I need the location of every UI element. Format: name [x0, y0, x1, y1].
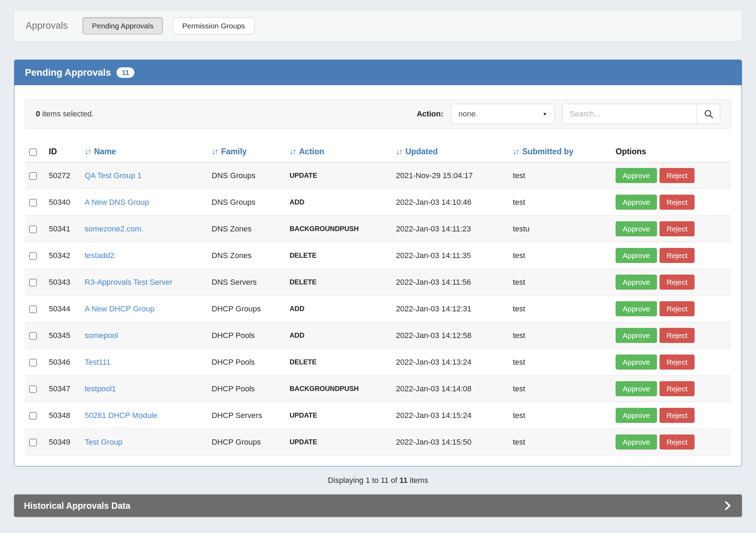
reject-button[interactable]: Reject [659, 248, 695, 263]
row-updated: 2022-Jan-03 14:11:56 [392, 269, 509, 296]
row-name-link[interactable]: somezone2.com. [85, 224, 144, 233]
table-header-row: ID ↓↑Name ↓↑Family ↓↑Action ↓↑Updated ↓↑… [25, 141, 731, 162]
reject-button[interactable]: Reject [659, 275, 695, 290]
approve-button[interactable]: Approve [616, 221, 657, 236]
approve-button[interactable]: Approve [616, 195, 657, 210]
row-submitted-by: test [509, 402, 611, 429]
row-options: Approve Reject [616, 328, 727, 343]
approve-button[interactable]: Approve [616, 381, 657, 396]
top-bar: Approvals Pending Approvals Permission G… [14, 10, 742, 41]
row-name-link[interactable]: testpool1 [85, 384, 116, 393]
row-updated: 2022-Jan-03 14:15:50 [392, 429, 509, 456]
col-header-name[interactable]: ↓↑Name [80, 141, 207, 162]
row-options: Approve Reject [616, 355, 727, 370]
row-submitted-by: test [509, 162, 611, 189]
row-name-link[interactable]: A New DNS Group [85, 198, 149, 207]
row-updated: 2021-Nov-29 15:04:17 [392, 162, 509, 189]
row-checkbox[interactable] [29, 225, 37, 233]
reject-button[interactable]: Reject [659, 221, 695, 236]
row-id: 50341 [45, 216, 80, 242]
col-header-id: ID [45, 141, 80, 162]
reject-button[interactable]: Reject [659, 301, 695, 316]
row-name-link[interactable]: Test111 [85, 358, 111, 366]
reject-button[interactable]: Reject [659, 355, 695, 370]
row-family: DHCP Pools [207, 376, 285, 402]
col-header-family[interactable]: ↓↑Family [207, 141, 285, 162]
approve-button[interactable]: Approve [616, 355, 657, 370]
row-checkbox[interactable] [29, 332, 37, 340]
row-submitted-by: test [509, 242, 611, 269]
reject-button[interactable]: Reject [659, 408, 695, 423]
col-header-submitted-by[interactable]: ↓↑Submitted by [509, 141, 611, 162]
row-updated: 2022-Jan-03 14:11:23 [392, 216, 509, 242]
row-checkbox[interactable] [29, 439, 37, 446]
row-name-link[interactable]: QA Test Group 1 [85, 171, 141, 180]
row-family: DHCP Groups [207, 429, 285, 456]
row-updated: 2022-Jan-03 14:12:58 [392, 322, 509, 349]
reject-button[interactable]: Reject [659, 328, 695, 343]
row-action: UPDATE [285, 402, 392, 429]
search-input[interactable] [563, 104, 697, 124]
approve-button[interactable]: Approve [616, 434, 657, 450]
row-checkbox[interactable] [29, 252, 37, 260]
row-submitted-by: test [509, 349, 611, 376]
reject-button[interactable]: Reject [659, 434, 695, 450]
row-checkbox[interactable] [29, 385, 37, 393]
toolbar-right: Action: none ▼ [417, 104, 720, 124]
row-submitted-by: test [509, 322, 611, 349]
row-name-link[interactable]: R3-Approvals Test Server [85, 278, 172, 286]
sort-icon: ↓↑ [513, 147, 519, 156]
row-options: Approve Reject [616, 301, 727, 316]
row-id: 50272 [45, 162, 80, 189]
row-name-link[interactable]: testadd2. [85, 251, 117, 260]
action-label: Action: [417, 109, 443, 119]
row-checkbox[interactable] [29, 305, 37, 313]
selected-count: 0 [36, 109, 40, 118]
table-row: 50342 testadd2. DNS Zones DELETE 2022-Ja… [25, 242, 731, 269]
tab-permission-groups[interactable]: Permission Groups [173, 17, 254, 34]
row-updated: 2022-Jan-03 14:13:24 [392, 349, 509, 376]
row-name-link[interactable]: A New DHCP Group [85, 304, 154, 313]
col-header-action[interactable]: ↓↑Action [285, 141, 392, 162]
reject-button[interactable]: Reject [659, 381, 695, 396]
row-id: 50340 [45, 189, 80, 216]
reject-button[interactable]: Reject [659, 168, 695, 183]
row-name-link[interactable]: 50281 DHCP Module [85, 411, 158, 420]
row-options: Approve Reject [616, 408, 727, 423]
row-checkbox[interactable] [29, 172, 37, 180]
row-updated: 2022-Jan-03 14:10:46 [392, 189, 509, 216]
row-checkbox[interactable] [29, 359, 37, 366]
row-checkbox[interactable] [29, 412, 37, 420]
col-header-updated[interactable]: ↓↑Updated [392, 141, 509, 162]
row-id: 50349 [45, 429, 80, 456]
row-id: 50342 [45, 242, 80, 269]
row-name-link[interactable]: somepool [85, 331, 118, 340]
pending-approvals-panel: Pending Approvals 11 0 items selected. A… [14, 60, 742, 466]
approve-button[interactable]: Approve [616, 275, 657, 290]
row-options: Approve Reject [616, 195, 727, 210]
approve-button[interactable]: Approve [616, 248, 657, 263]
row-checkbox[interactable] [29, 199, 37, 207]
tab-pending-approvals[interactable]: Pending Approvals [82, 17, 163, 34]
row-id: 50348 [45, 402, 80, 429]
row-checkbox[interactable] [29, 279, 37, 286]
row-options: Approve Reject [616, 248, 727, 263]
select-all-checkbox[interactable] [29, 148, 37, 156]
approve-button[interactable]: Approve [616, 328, 657, 343]
reject-button[interactable]: Reject [659, 195, 695, 210]
panel-title: Pending Approvals [25, 67, 111, 78]
approvals-table-wrap: ID ↓↑Name ↓↑Family ↓↑Action ↓↑Updated ↓↑… [25, 141, 731, 485]
table-footer: Displaying 1 to 11 of 11 items [25, 476, 731, 485]
row-family: DHCP Groups [207, 296, 285, 322]
search-button[interactable] [697, 104, 720, 124]
historical-approvals-header[interactable]: Historical Approvals Data [14, 494, 742, 517]
row-name-link[interactable]: Test Group [85, 438, 122, 446]
approve-button[interactable]: Approve [616, 408, 657, 423]
row-family: DHCP Pools [207, 322, 285, 349]
approve-button[interactable]: Approve [616, 301, 657, 316]
approve-button[interactable]: Approve [616, 168, 657, 183]
row-options: Approve Reject [616, 434, 727, 450]
table-row: 50340 A New DNS Group DNS Groups ADD 202… [25, 189, 731, 216]
row-submitted-by: test [509, 296, 611, 322]
action-select[interactable]: none ▼ [451, 104, 555, 124]
